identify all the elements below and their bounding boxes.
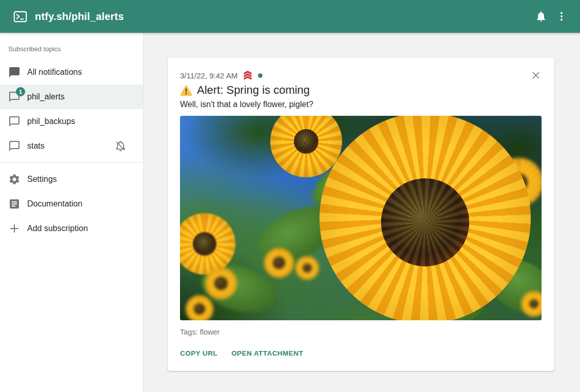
notification-card: 3/11/22, 9:42 AM Alert: Spring is coming… (168, 57, 554, 371)
chat-bubble-outline-icon (8, 115, 21, 128)
open-attachment-button[interactable]: OPEN ATTACHMENT (231, 347, 303, 360)
notification-title-row: Alert: Spring is coming (180, 84, 542, 97)
subscribed-topics-label: Subscribed topics (0, 42, 143, 60)
sidebar-item-settings[interactable]: Settings (0, 167, 143, 192)
sidebar-item-stats[interactable]: stats (0, 134, 143, 158)
bell-icon (535, 10, 547, 23)
sidebar-item-label: phil_alerts (27, 92, 135, 101)
sidebar-divider (0, 162, 143, 163)
attachment-image[interactable] (180, 116, 542, 320)
photo-sunflower-main (319, 116, 531, 320)
tags-label: Tags: flower (180, 328, 542, 336)
notification-meta: 3/11/22, 9:42 AM (180, 71, 542, 80)
close-notification-button[interactable] (530, 70, 542, 82)
unread-count-badge: 1 (16, 87, 25, 96)
sidebar: Subscribed topics All notifications 1 ph… (0, 33, 144, 392)
sidebar-item-label: stats (27, 141, 114, 151)
notification-title: Alert: Spring is coming (197, 84, 310, 97)
app-header: ntfy.sh/phil_alerts (0, 0, 580, 33)
document-icon (8, 198, 21, 210)
sidebar-item-documentation[interactable]: Documentation (0, 192, 143, 216)
priority-max-icon (243, 71, 253, 80)
copy-url-button[interactable]: COPY URL (180, 347, 217, 360)
warning-icon (180, 85, 192, 96)
sidebar-item-label: phil_backups (27, 117, 135, 126)
chat-bubble-filled-icon (8, 66, 21, 78)
page-title: ntfy.sh/phil_alerts (35, 11, 124, 23)
unread-indicator-dot (258, 73, 263, 78)
sidebar-item-phil-backups[interactable]: phil_backups (0, 109, 143, 134)
sidebar-item-all-notifications[interactable]: All notifications (0, 60, 143, 85)
sidebar-item-label: Add subscription (27, 224, 135, 233)
photo-sunflower-blurred (186, 295, 213, 320)
photo-sunflower-blurred (264, 248, 294, 278)
plus-icon (8, 222, 21, 235)
sidebar-item-label: All notifications (27, 68, 135, 77)
photo-sunflower-blurred (205, 267, 237, 299)
kebab-menu-icon (555, 10, 568, 23)
sidebar-item-label: Documentation (27, 199, 135, 209)
sidebar-item-label: Settings (27, 175, 135, 184)
chat-bubble-outline-icon (8, 140, 21, 152)
notification-body: Well, isn't that a lovely flower, piglet… (180, 100, 542, 109)
main-content: 3/11/22, 9:42 AM Alert: Spring is coming… (144, 33, 580, 392)
chat-bubble-outline-icon: 1 (8, 91, 21, 103)
notifications-muted-icon (114, 140, 127, 152)
notifications-bell-button[interactable] (531, 6, 551, 27)
ntfy-app: ntfy.sh/phil_alerts Subscribed topics Al… (0, 0, 580, 392)
timestamp: 3/11/22, 9:42 AM (180, 71, 237, 80)
terminal-logo-icon (13, 10, 27, 24)
photo-sunflower-blurred (295, 256, 319, 280)
overflow-menu-button[interactable] (551, 6, 572, 27)
gear-icon (8, 173, 21, 185)
card-actions: COPY URL OPEN ATTACHMENT (180, 347, 542, 360)
sidebar-item-phil-alerts[interactable]: 1 phil_alerts (0, 85, 143, 109)
close-icon (530, 70, 542, 81)
sidebar-item-add-subscription[interactable]: Add subscription (0, 216, 143, 241)
